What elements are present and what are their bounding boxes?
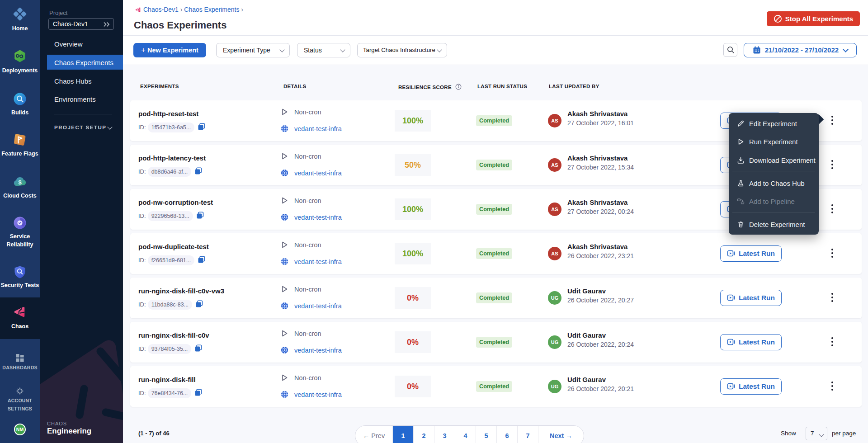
svg-text:$: $	[18, 179, 22, 186]
